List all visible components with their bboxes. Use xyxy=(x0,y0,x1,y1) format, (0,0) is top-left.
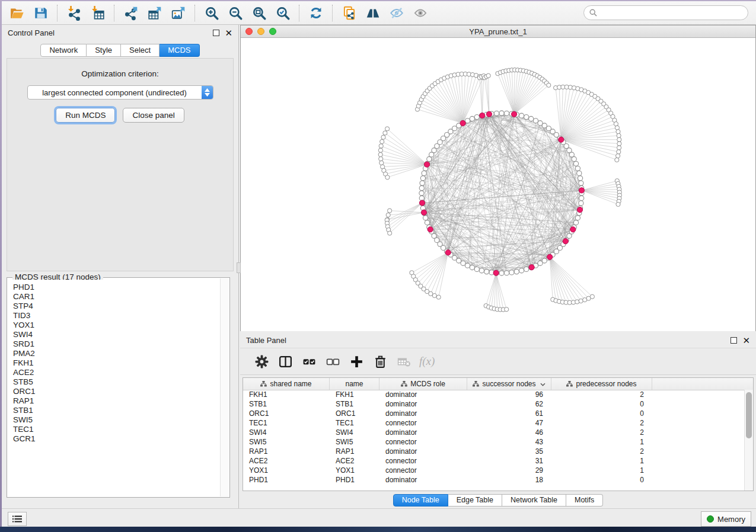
binoculars-button[interactable] xyxy=(361,4,385,23)
search-input[interactable] xyxy=(601,8,742,18)
mcds-result-item[interactable]: SWI4 xyxy=(13,330,221,339)
table-cell[interactable]: dominator xyxy=(379,399,467,409)
table-cell[interactable]: YOX1 xyxy=(243,466,330,475)
create-column-button[interactable] xyxy=(344,351,368,371)
tab-network[interactable]: Network xyxy=(40,44,87,57)
table-cell[interactable]: dominator xyxy=(379,390,467,399)
table-cell[interactable]: connector xyxy=(379,437,467,447)
open-button[interactable] xyxy=(5,4,29,23)
zoom-fit-button[interactable] xyxy=(247,4,271,23)
table-cell[interactable]: dominator xyxy=(379,475,467,485)
table-cell[interactable]: 62 xyxy=(467,399,551,409)
table-row[interactable]: SWI4SWI4dominator462 xyxy=(243,428,745,437)
mcds-result-item[interactable]: STP4 xyxy=(13,302,221,311)
table-cell[interactable]: 1 xyxy=(551,456,652,466)
table-cell[interactable]: RAP1 xyxy=(243,447,330,456)
network-graph[interactable] xyxy=(241,38,755,331)
table-cell[interactable]: 18 xyxy=(467,475,551,485)
table-cell[interactable]: 0 xyxy=(551,399,652,409)
table-cell[interactable]: SWI5 xyxy=(330,437,379,447)
hide-selection-button[interactable] xyxy=(385,4,409,23)
network-window-titlebar[interactable]: YPA_prune.txt_1 xyxy=(241,25,755,38)
mcds-result-item[interactable]: TEC1 xyxy=(13,425,221,434)
mcds-result-item[interactable]: PHD1 xyxy=(13,283,221,292)
export-table-button[interactable] xyxy=(143,4,167,23)
memory-button[interactable]: Memory xyxy=(701,511,751,527)
mcds-result-item[interactable]: STB1 xyxy=(13,406,221,415)
table-cell[interactable]: connector xyxy=(379,456,467,466)
table-cell[interactable]: PHD1 xyxy=(243,475,330,485)
search-field[interactable] xyxy=(583,5,748,20)
mcds-result-item[interactable]: SRD1 xyxy=(13,339,221,349)
mcds-result-item[interactable]: GCR1 xyxy=(13,434,221,444)
table-cell[interactable]: 43 xyxy=(467,437,551,447)
mcds-result-item[interactable]: PMA2 xyxy=(13,349,221,358)
export-image-button[interactable] xyxy=(167,4,190,23)
table-cell[interactable]: STB1 xyxy=(330,399,379,409)
mcds-result-item[interactable]: FKH1 xyxy=(13,358,221,368)
table-cell[interactable]: connector xyxy=(379,466,467,475)
close-panel-icon[interactable]: ✕ xyxy=(742,338,750,343)
tab-edge-table[interactable]: Edge Table xyxy=(448,494,502,507)
table-settings-button[interactable] xyxy=(250,351,273,371)
float-panel-icon[interactable] xyxy=(213,30,219,36)
mcds-result-item[interactable]: YOX1 xyxy=(13,321,221,330)
table-row[interactable]: ORC1ORC1dominator610 xyxy=(243,409,745,418)
table-row[interactable]: TEC1TEC1connector472 xyxy=(243,418,745,428)
panel-splitter-handle[interactable] xyxy=(237,262,241,273)
run-mcds-button[interactable]: Run MCDS xyxy=(56,108,115,123)
table-cell[interactable]: SWI4 xyxy=(330,428,379,437)
float-panel-icon[interactable] xyxy=(731,337,737,344)
table-cell[interactable]: PHD1 xyxy=(330,475,379,485)
table-cell[interactable]: dominator xyxy=(379,447,467,456)
table-cell[interactable]: TEC1 xyxy=(330,418,379,428)
table-cell[interactable]: SWI5 xyxy=(243,437,330,447)
table-cell[interactable]: 2 xyxy=(551,428,652,437)
zoom-out-button[interactable] xyxy=(224,4,247,23)
export-network-button[interactable] xyxy=(119,4,143,23)
column-header-predecessor-nodes[interactable]: predecessor nodes xyxy=(551,378,652,390)
tab-style[interactable]: Style xyxy=(87,44,121,57)
table-row[interactable]: RAP1RAP1dominator352 xyxy=(243,447,745,456)
table-cell[interactable]: 2 xyxy=(551,447,652,456)
column-header-name[interactable]: name xyxy=(330,378,379,390)
criterion-dropdown[interactable]: largest connected component (undirected) xyxy=(27,85,213,100)
new-network-from-selection-button[interactable] xyxy=(337,4,361,23)
mcds-result-item[interactable]: RAP1 xyxy=(13,396,221,406)
table-cell[interactable]: 2 xyxy=(551,418,652,428)
table-row[interactable]: STB1STB1dominator620 xyxy=(243,399,745,409)
column-header-MCDS-role[interactable]: MCDS role xyxy=(379,378,467,390)
save-button[interactable] xyxy=(29,4,53,23)
table-cell[interactable]: STB1 xyxy=(243,399,330,409)
zoom-selected-button[interactable] xyxy=(271,4,295,23)
table-scrollbar[interactable] xyxy=(744,390,753,491)
table-cell[interactable]: 46 xyxy=(467,428,551,437)
table-cell[interactable]: RAP1 xyxy=(330,447,379,456)
zoom-in-button[interactable] xyxy=(200,4,224,23)
tab-node-table[interactable]: Node Table xyxy=(393,494,448,507)
table-cell[interactable]: dominator xyxy=(379,428,467,437)
table-cell[interactable]: 1 xyxy=(551,466,652,475)
deselect-all-rows-button[interactable] xyxy=(321,351,344,371)
task-history-button[interactable] xyxy=(8,512,27,526)
mcds-result-item[interactable]: TID3 xyxy=(13,311,221,321)
table-cell[interactable]: 0 xyxy=(551,475,652,485)
table-row[interactable]: YOX1YOX1connector291 xyxy=(243,466,745,475)
mcds-result-item[interactable]: STB5 xyxy=(13,377,221,387)
close-panel-button[interactable]: Close panel xyxy=(123,108,184,123)
mcds-result-scrollbar[interactable] xyxy=(220,278,229,496)
column-header-shared-name[interactable]: shared name xyxy=(243,378,330,390)
mcds-result-item[interactable]: ACE2 xyxy=(13,368,221,377)
table-cell[interactable]: 0 xyxy=(551,409,652,418)
mcds-result-item[interactable]: ORC1 xyxy=(13,387,221,396)
table-cell[interactable]: ORC1 xyxy=(330,409,379,418)
table-cell[interactable]: TEC1 xyxy=(243,418,330,428)
delete-column-button[interactable] xyxy=(368,351,392,371)
table-row[interactable]: PHD1PHD1dominator180 xyxy=(243,475,745,485)
table-cell[interactable]: dominator xyxy=(379,409,467,418)
table-scrollbar-thumb[interactable] xyxy=(746,392,752,438)
import-network-button[interactable] xyxy=(62,4,86,23)
table-row[interactable]: SWI5SWI5connector431 xyxy=(243,437,745,447)
select-all-rows-button[interactable] xyxy=(297,351,321,371)
table-cell[interactable]: FKH1 xyxy=(243,390,330,399)
